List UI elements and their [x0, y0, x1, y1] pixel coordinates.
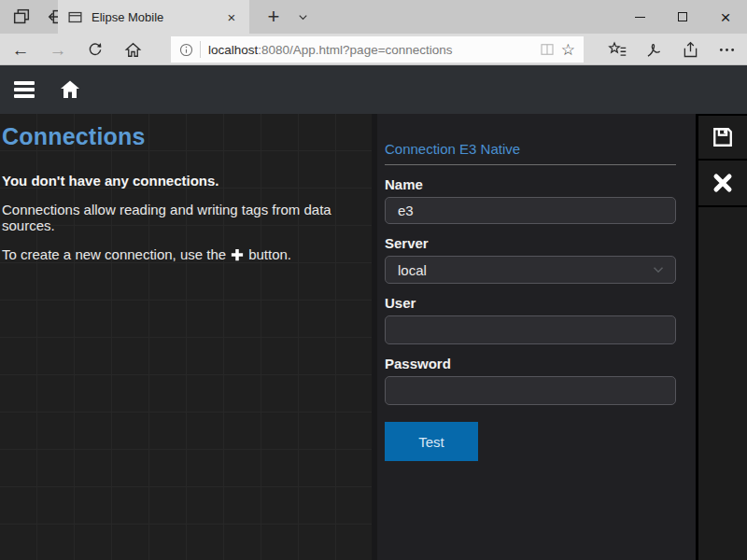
tabs-set-aside-list-icon[interactable]	[11, 7, 32, 27]
browser-actions	[599, 34, 745, 65]
hamburger-icon	[14, 81, 35, 85]
address-bar[interactable]: localhost:8080/App.html?page=connections…	[171, 36, 584, 63]
url-host: localhost	[208, 43, 258, 57]
add-favorite-star-icon[interactable]: ☆	[561, 40, 575, 60]
hub-favorites-icon[interactable]	[599, 34, 636, 65]
menu-button[interactable]	[14, 79, 36, 100]
close-window-button[interactable]: ×	[704, 0, 747, 34]
back-button[interactable]: ←	[4, 34, 37, 65]
app-home-button[interactable]	[58, 77, 82, 102]
cancel-button[interactable]	[698, 161, 747, 207]
empty-state-hint: To create a new connection, use the butt…	[2, 246, 368, 262]
refresh-button[interactable]	[78, 34, 112, 65]
chevron-down-icon	[650, 261, 667, 278]
app-header	[0, 65, 747, 114]
close-x-icon	[712, 172, 734, 194]
more-options-icon[interactable]	[709, 34, 745, 65]
url-path: :8080/App.html?page=connections	[258, 43, 452, 57]
site-info-icon[interactable]	[178, 42, 194, 58]
forward-button[interactable]: →	[41, 34, 75, 65]
password-field[interactable]	[385, 376, 676, 405]
reading-view-icon[interactable]	[539, 41, 556, 58]
home-outline-icon	[124, 41, 142, 59]
page-title: Connections	[2, 123, 368, 150]
save-icon	[710, 124, 736, 150]
maximize-button[interactable]	[661, 0, 704, 34]
empty-state-title: You don't have any connections.	[2, 173, 368, 189]
maximize-icon	[678, 12, 687, 21]
tab-title: Elipse Mobile	[92, 10, 215, 24]
form-divider	[385, 164, 676, 165]
server-label: Server	[385, 235, 676, 251]
user-label: User	[385, 295, 676, 311]
connections-empty-pane: Connections You don't have any connectio…	[0, 114, 372, 560]
browser-window: Elipse Mobile × + × ← → localhost:8080/A…	[0, 0, 747, 560]
server-select[interactable]: local	[385, 256, 676, 284]
navigation-bar: ← → localhost:8080/App.html?page=connect…	[0, 34, 747, 65]
browser-tab[interactable]: Elipse Mobile ×	[58, 0, 249, 34]
action-sidebar	[698, 114, 747, 560]
back-icon: ←	[12, 41, 30, 59]
page-icon	[67, 9, 83, 25]
tab-bar: Elipse Mobile × + ×	[0, 0, 747, 34]
web-note-pen-icon[interactable]	[636, 34, 672, 65]
tab-preview-chevron-icon[interactable]	[288, 0, 317, 34]
close-icon: ×	[720, 8, 730, 26]
connection-form-panel: Connection E3 Native Name Server local U…	[372, 114, 697, 560]
name-field[interactable]	[385, 197, 676, 224]
minimize-button[interactable]	[618, 0, 661, 34]
test-button[interactable]: Test	[385, 422, 478, 461]
share-icon[interactable]	[672, 34, 709, 65]
refresh-icon	[87, 41, 104, 58]
user-field[interactable]	[385, 315, 676, 344]
forward-icon: →	[49, 41, 67, 59]
url-separator	[200, 41, 201, 58]
password-label: Password	[385, 356, 676, 371]
page-content: Connections You don't have any connectio…	[0, 114, 747, 560]
url-text[interactable]: localhost:8080/App.html?page=connections	[208, 43, 539, 57]
home-button[interactable]	[116, 34, 149, 65]
form-title: Connection E3 Native	[385, 141, 676, 157]
window-controls: ×	[618, 0, 747, 34]
home-icon	[59, 78, 81, 101]
hint-text-before: To create a new connection, use the	[2, 246, 226, 262]
hint-text-after: button.	[248, 246, 291, 262]
plus-icon	[231, 248, 244, 261]
server-select-value: local	[398, 262, 650, 278]
empty-state-description: Connections allow reading and writing ta…	[2, 202, 368, 233]
save-button[interactable]	[698, 114, 747, 161]
tab-close-icon[interactable]: ×	[223, 9, 240, 25]
name-label: Name	[385, 176, 676, 192]
minimize-icon	[635, 17, 645, 18]
new-tab-button[interactable]: +	[258, 0, 289, 34]
